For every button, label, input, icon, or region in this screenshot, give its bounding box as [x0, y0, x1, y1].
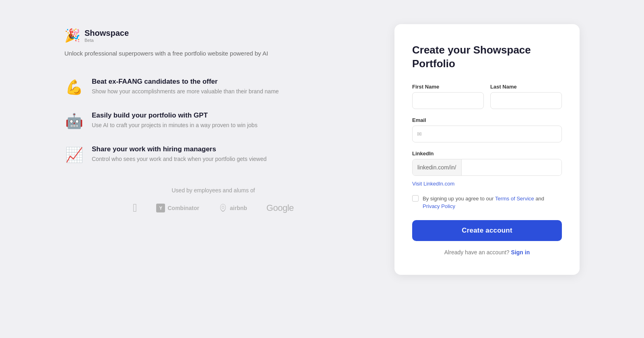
- beta-label: Beta: [85, 38, 129, 43]
- create-account-button[interactable]: Create account: [412, 220, 562, 241]
- terms-text: By signing up you agree to our Terms of …: [423, 195, 562, 210]
- last-name-group: Last Name: [490, 84, 562, 109]
- form-card: Create your Showspace Portfolio First Na…: [394, 24, 580, 275]
- email-label: Email: [412, 117, 562, 123]
- feature-text-2: Easily build your portfolio with GPT Use…: [92, 111, 258, 130]
- terms-checkbox[interactable]: [412, 195, 419, 202]
- airbnb-logo: airbnb: [219, 204, 247, 212]
- last-name-label: Last Name: [490, 84, 562, 90]
- feature-icon-2: 🤖: [64, 111, 84, 131]
- feature-text-3: Share your work with hiring managers Con…: [92, 145, 266, 163]
- feature-item-1: 💪 Beat ex-FAANG candidates to the offer …: [64, 78, 362, 97]
- terms-and: and: [534, 196, 544, 202]
- yc-logo: Y Combinator: [156, 204, 199, 212]
- email-input[interactable]: [412, 126, 562, 142]
- airbnb-text: airbnb: [230, 205, 247, 211]
- name-row: First Name Last Name: [412, 84, 562, 109]
- tagline: Unlock professional superpowers with a f…: [64, 49, 362, 58]
- logo-text-block: Showspace Beta: [85, 28, 129, 43]
- linkedin-input-wrapper: linkedin.com/in/: [412, 159, 562, 176]
- linkedin-username-input[interactable]: [462, 159, 562, 175]
- email-group: Email ✉: [412, 117, 562, 142]
- feature-title-3: Share your work with hiring managers: [92, 145, 266, 153]
- feature-desc-3: Control who sees your work and track whe…: [92, 155, 266, 163]
- google-text: Google: [266, 203, 294, 213]
- airbnb-icon: [219, 204, 227, 212]
- feature-list: 💪 Beat ex-FAANG candidates to the offer …: [64, 78, 362, 165]
- terms-before: By signing up you agree to our: [423, 196, 495, 202]
- terms-of-service-link[interactable]: Terms of Service: [495, 196, 534, 202]
- sign-in-link[interactable]: Sign in: [511, 249, 530, 256]
- linkedin-group: LinkedIn linkedin.com/in/ Visit LinkedIn…: [412, 150, 562, 187]
- apple-logo: : [133, 202, 137, 214]
- feature-desc-1: Show how your accomplishments are more v…: [92, 87, 279, 96]
- feature-title-1: Beat ex-FAANG candidates to the offer: [92, 78, 279, 86]
- used-by-label: Used by employees and alums of: [64, 187, 362, 194]
- linkedin-label: LinkedIn: [412, 150, 562, 157]
- apple-icon: : [133, 202, 137, 214]
- logo-icon: 🎉: [64, 29, 80, 42]
- yc-text: Combinator: [167, 205, 199, 211]
- feature-item-3: 📈 Share your work with hiring managers C…: [64, 145, 362, 165]
- last-name-input[interactable]: [490, 92, 562, 109]
- feature-text-1: Beat ex-FAANG candidates to the offer Sh…: [92, 78, 279, 96]
- feature-title-2: Easily build your portfolio with GPT: [92, 111, 258, 120]
- linkedin-prefix: linkedin.com/in/: [413, 159, 462, 175]
- first-name-group: First Name: [412, 84, 484, 109]
- feature-icon-3: 📈: [64, 145, 84, 165]
- first-name-label: First Name: [412, 84, 484, 90]
- left-panel: 🎉 Showspace Beta Unlock professional sup…: [64, 24, 362, 214]
- company-logos:  Y Combinator airbnb Google: [64, 202, 362, 214]
- visit-linkedin-link[interactable]: Visit LinkedIn.com: [412, 181, 562, 187]
- sign-in-row: Already have an account? Sign in: [412, 249, 562, 256]
- feature-desc-2: Use AI to craft your projects in minutes…: [92, 121, 258, 130]
- brand-name: Showspace: [85, 28, 129, 38]
- first-name-input[interactable]: [412, 92, 484, 109]
- email-input-wrapper: ✉: [412, 126, 562, 142]
- google-logo: Google: [266, 203, 294, 213]
- already-account-text: Already have an account?: [444, 249, 510, 256]
- logo-area: 🎉 Showspace Beta: [64, 28, 362, 43]
- feature-item-2: 🤖 Easily build your portfolio with GPT U…: [64, 111, 362, 131]
- form-title: Create your Showspace Portfolio: [412, 43, 562, 71]
- used-by-section: Used by employees and alums of  Y Combi…: [64, 187, 362, 214]
- yc-box: Y: [156, 204, 165, 212]
- right-panel: Create your Showspace Portfolio First Na…: [394, 24, 580, 275]
- feature-icon-1: 💪: [64, 78, 84, 97]
- privacy-policy-link[interactable]: Privacy Policy: [423, 203, 455, 209]
- terms-row: By signing up you agree to our Terms of …: [412, 195, 562, 210]
